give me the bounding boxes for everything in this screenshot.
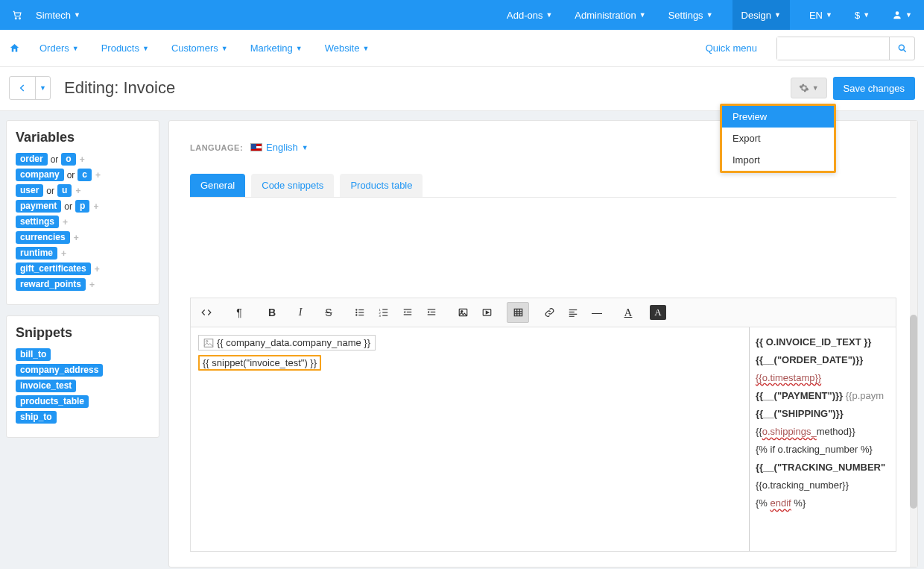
search-input[interactable]	[777, 37, 889, 60]
snippet-row: products_table	[16, 395, 150, 408]
variable-row: runtime+	[16, 247, 150, 260]
nav-orders[interactable]: Orders▼	[39, 43, 79, 54]
variable-row: orderoro+	[16, 153, 150, 166]
nav-addons[interactable]: Add-ons▼	[504, 0, 555, 30]
nav-settings[interactable]: Settings▼	[665, 0, 716, 30]
nav-administration[interactable]: Administration▼	[572, 0, 648, 30]
italic-icon[interactable]: I	[289, 302, 311, 323]
svg-point-2	[896, 11, 899, 15]
sidebar: Variables orderoro+companyorc+useroru+pa…	[6, 120, 159, 568]
nav-website[interactable]: Website▼	[325, 43, 370, 54]
plus-icon[interactable]: +	[72, 233, 79, 243]
or-text: or	[45, 186, 55, 196]
plus-icon[interactable]: +	[74, 186, 80, 196]
tab-general[interactable]: General	[190, 174, 245, 197]
variable-row: gift_certificates+	[16, 263, 150, 275]
list-ul-icon[interactable]	[349, 302, 371, 323]
paragraph-icon[interactable]: ¶	[228, 302, 250, 323]
svg-point-1	[19, 18, 21, 19]
nav-lang[interactable]: EN▼	[806, 0, 835, 30]
code-view-icon[interactable]	[195, 302, 218, 323]
variable-tag[interactable]: reward_points	[16, 278, 86, 291]
strike-icon[interactable]: S	[317, 302, 340, 323]
bg-color-icon[interactable]: A	[647, 302, 669, 323]
snippet-tag[interactable]: company_address	[16, 364, 103, 377]
table-icon[interactable]	[507, 302, 529, 323]
variable-row: currencies+	[16, 231, 150, 244]
nav-products[interactable]: Products▼	[101, 43, 149, 54]
svg-text:3: 3	[379, 314, 382, 318]
dropdown-preview[interactable]: Preview	[722, 106, 834, 128]
editor-body[interactable]: {{ company_data.company_name }} {{ snipp…	[191, 327, 896, 551]
text-color-icon[interactable]: A	[617, 302, 639, 323]
home-icon[interactable]	[9, 43, 20, 54]
variable-tag[interactable]: runtime	[16, 247, 57, 260]
gear-button[interactable]: ▼	[791, 78, 827, 98]
variable-tag-short[interactable]: c	[77, 169, 92, 181]
snippet-row: invoice_test	[16, 380, 150, 392]
list-ol-icon[interactable]: 123	[373, 302, 395, 323]
svg-rect-20	[431, 312, 435, 312]
dropdown-import[interactable]: Import	[722, 149, 834, 171]
snippet-tag[interactable]: products_table	[16, 395, 89, 408]
editor-right-cell[interactable]: {{ O.INVOICE_ID_TEXT }} {{__("ORDER_DATE…	[750, 327, 896, 551]
editor-left-cell[interactable]: {{ company_data.company_name }} {{ snipp…	[191, 327, 750, 551]
variable-tag[interactable]: user	[16, 184, 43, 197]
snippet-tag[interactable]: invoice_test	[16, 380, 76, 392]
hr-icon[interactable]: —	[586, 302, 608, 323]
variable-tag-short[interactable]: p	[75, 200, 89, 213]
svg-rect-21	[428, 314, 436, 315]
snippet-tag[interactable]: bill_to	[16, 348, 51, 361]
brand-menu[interactable]: Simtech ▼	[33, 0, 83, 30]
back-button[interactable]	[10, 77, 35, 99]
plus-icon[interactable]: +	[88, 280, 95, 290]
plus-icon[interactable]: +	[92, 201, 98, 212]
content-scrollbar[interactable]	[910, 121, 917, 567]
language-select[interactable]: English ▼	[250, 142, 308, 153]
back-dropdown[interactable]: ▼	[35, 77, 50, 99]
variable-tag[interactable]: gift_certificates	[16, 263, 91, 275]
outdent-icon[interactable]	[396, 302, 419, 323]
snippet-tag[interactable]: ship_to	[16, 411, 57, 424]
nav-user[interactable]: ▼	[889, 0, 915, 30]
editor: ¶ B I S 123 —	[190, 298, 896, 552]
svg-point-3	[899, 45, 904, 50]
plus-icon[interactable]: +	[78, 154, 85, 165]
dropdown-export[interactable]: Export	[722, 128, 834, 149]
bold-icon[interactable]: B	[261, 302, 283, 323]
snippet-row: company_address	[16, 364, 150, 377]
variable-tag[interactable]: payment	[16, 200, 61, 213]
quick-menu-link[interactable]: Quick menu	[706, 43, 757, 54]
variable-tag[interactable]: settings	[16, 216, 59, 228]
snippet-highlight[interactable]: {{ snippet("invoice_test") }}	[198, 355, 321, 371]
cart-icon[interactable]	[9, 0, 25, 30]
variable-row: settings+	[16, 216, 150, 228]
plus-icon[interactable]: +	[61, 217, 68, 227]
variable-tag-short[interactable]: u	[57, 184, 72, 197]
scrollbar-thumb[interactable]	[910, 315, 917, 509]
image-icon[interactable]	[452, 302, 474, 323]
nav-customers[interactable]: Customers▼	[171, 43, 228, 54]
plus-icon[interactable]: +	[93, 264, 100, 274]
indent-icon[interactable]	[420, 302, 443, 323]
link-icon[interactable]	[538, 302, 560, 323]
template-image-placeholder[interactable]: {{ company_data.company_name }}	[198, 335, 376, 350]
nav-currency[interactable]: $▼	[852, 0, 873, 30]
search-button[interactable]	[889, 37, 914, 60]
variable-tag-short[interactable]: o	[61, 153, 75, 166]
save-button[interactable]: Save changes	[833, 77, 915, 100]
tab-products-table[interactable]: Products table	[340, 174, 423, 197]
or-text: or	[66, 170, 76, 180]
nav-design[interactable]: Design▼	[732, 0, 790, 30]
variable-tag[interactable]: order	[16, 153, 48, 166]
variable-tag[interactable]: company	[16, 169, 64, 181]
svg-rect-15	[382, 315, 387, 316]
plus-icon[interactable]: +	[94, 170, 101, 180]
svg-rect-13	[382, 309, 387, 309]
nav-marketing[interactable]: Marketing▼	[250, 43, 303, 54]
variable-tag[interactable]: currencies	[16, 231, 70, 244]
tab-code-snippets[interactable]: Code snippets	[251, 174, 334, 197]
video-icon[interactable]	[475, 302, 498, 323]
plus-icon[interactable]: +	[60, 248, 66, 259]
align-icon[interactable]	[562, 302, 584, 323]
